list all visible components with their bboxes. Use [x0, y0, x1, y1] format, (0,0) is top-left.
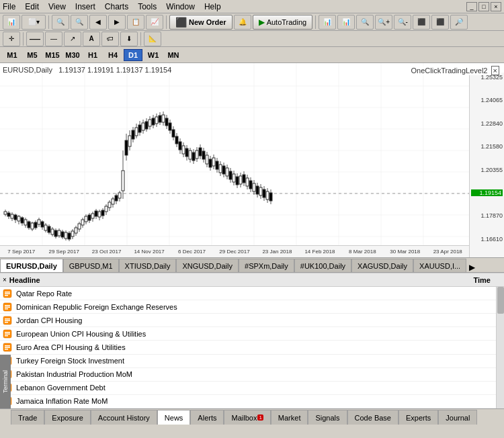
text-tool[interactable]: A — [83, 32, 100, 46]
news-scrollbar[interactable] — [496, 287, 504, 408]
toolbar-btn-9[interactable]: ⬛ — [413, 15, 430, 30]
news-panel-close[interactable]: × — [3, 276, 7, 283]
svg-rect-118 — [169, 123, 171, 130]
svg-rect-100 — [138, 125, 141, 132]
maximize-button[interactable]: □ — [478, 2, 489, 11]
crosshair-tool[interactable]: ✛ — [3, 32, 20, 46]
toolbar-btn-4[interactable]: 📊 — [319, 15, 336, 30]
tab-account-history[interactable]: Account History — [91, 410, 157, 425]
tab-exposure[interactable]: Exposure — [44, 410, 90, 425]
news-item-8[interactable]: Jamaica Inflation Rate MoM — [0, 395, 504, 408]
autotrading-button[interactable]: ▶ AutoTrading — [253, 15, 313, 30]
svg-rect-154 — [229, 171, 232, 179]
new-chart-button[interactable]: 📊 — [3, 15, 20, 30]
chart-tab-uk100[interactable]: #UK100,Daily — [294, 259, 351, 272]
tf-mn[interactable]: MN — [164, 49, 183, 61]
svg-rect-70 — [88, 215, 91, 220]
menu-item-edit[interactable]: Edit — [25, 2, 39, 11]
news-item-0[interactable]: Qatar Repo Rate — [0, 287, 504, 300]
tf-h1[interactable]: H1 — [83, 49, 102, 61]
date-label-10: 23 Apr 2018 — [427, 249, 469, 255]
minimize-button[interactable]: _ — [466, 2, 477, 11]
toolbar-btn-6[interactable]: 🔍 — [356, 15, 374, 30]
toolbar-btn-10[interactable]: ⬛ — [431, 15, 449, 30]
chart-tab-xagusd[interactable]: XAGUSD,Daily — [351, 259, 413, 272]
tab-experts[interactable]: Experts — [398, 410, 438, 425]
hline-tool[interactable]: — — [45, 32, 62, 46]
line-tool[interactable]: — — [26, 32, 44, 46]
news-item-2[interactable]: Jordan CPI Housing — [0, 314, 504, 327]
close-button[interactable]: × — [491, 2, 501, 11]
menu-item-file[interactable]: File — [3, 2, 15, 11]
tab-journal[interactable]: Journal — [438, 410, 477, 425]
tab-trade[interactable]: Trade — [11, 410, 44, 425]
svg-rect-56 — [65, 232, 67, 238]
zoom-in-button[interactable]: 🔍 — [52, 15, 69, 30]
chart-tab-eurusd[interactable]: EURUSD,Daily — [0, 259, 63, 272]
arrow-tool[interactable]: ⬇ — [120, 32, 138, 46]
svg-rect-120 — [172, 130, 175, 137]
toolbar-btn-7[interactable]: 🔍+ — [375, 15, 392, 30]
svg-rect-102 — [142, 123, 144, 130]
indicator-button[interactable]: 📈 — [146, 15, 163, 30]
tab-news[interactable]: News — [157, 410, 191, 425]
tf-m5[interactable]: M5 — [23, 49, 42, 61]
menu-item-charts[interactable]: Charts — [105, 2, 128, 11]
trend-tool[interactable]: ↗ — [64, 32, 81, 46]
toolbar-btn-5[interactable]: 📊 — [337, 15, 355, 30]
indicator-close-icon[interactable]: × — [491, 66, 499, 75]
news-item-3[interactable]: European Union CPI Housing & Utilities — [0, 327, 504, 341]
menu-bar: File Edit View Insert Charts Tools Windo… — [0, 0, 504, 13]
menu-item-view[interactable]: View — [48, 2, 66, 11]
tab-mailbox[interactable]: Mailbox 1 — [224, 410, 270, 425]
chart-tab-more[interactable]: ▶ — [466, 263, 478, 272]
tf-w1[interactable]: W1 — [144, 49, 163, 61]
new-order-button[interactable]: ⬛ New Order — [169, 15, 233, 30]
chart-ohlc: 1.19137 1.19191 1.19137 1.19154 — [58, 66, 171, 74]
tf-d1[interactable]: D1 — [124, 49, 142, 61]
menu-item-tools[interactable]: Tools — [138, 2, 157, 11]
chart-tab-xngusd[interactable]: XNGUSD,Daily — [176, 259, 239, 272]
date-label-7: 14 Feb 2018 — [298, 249, 341, 255]
svg-rect-42 — [41, 222, 44, 227]
tf-m15[interactable]: M15 — [43, 49, 62, 61]
chart-tab-xauusd[interactable]: XAUUSD,I... — [413, 259, 466, 272]
news-item-4[interactable]: Euro Area CPI Housing & Utilities — [0, 341, 504, 354]
toolbar-btn-3[interactable]: 🔔 — [234, 15, 251, 30]
tab-market[interactable]: Market — [271, 410, 308, 425]
tab-signals[interactable]: Signals — [308, 410, 347, 425]
svg-rect-152 — [226, 168, 228, 176]
price-level-3: 1.22840 — [471, 120, 503, 127]
news-item-5[interactable]: Turkey Foreign Stock Investment — [0, 355, 504, 368]
news-headline-col-label: Headline — [9, 276, 460, 284]
toolbar-btn-11[interactable]: 🔎 — [450, 15, 468, 30]
toolbar-btn-8[interactable]: 🔍- — [394, 15, 411, 30]
scroll-right-button[interactable]: ▶ — [108, 15, 126, 30]
chart-area[interactable]: EURUSD,Daily 1.19137 1.19191 1.19137 1.1… — [0, 63, 504, 258]
scroll-left-button[interactable]: ◀ — [89, 15, 107, 30]
toolbar-btn-2[interactable]: ⬜▾ — [22, 15, 46, 30]
date-label-0: 7 Sep 2017 — [0, 249, 42, 255]
chart-tab-gbpusd[interactable]: GBPUSD,M1 — [63, 259, 119, 272]
svg-rect-124 — [179, 142, 181, 150]
menu-item-help[interactable]: Help — [204, 2, 221, 11]
chart-tab-xtiusd[interactable]: XTIUSD,Daily — [119, 259, 177, 272]
tf-m1[interactable]: M1 — [3, 49, 22, 61]
fib-tool[interactable]: 📐 — [144, 32, 161, 46]
label-tool[interactable]: 🏷 — [101, 32, 119, 46]
menu-item-insert[interactable]: Insert — [75, 2, 95, 11]
tab-alerts[interactable]: Alerts — [190, 410, 224, 425]
tf-h4[interactable]: H4 — [103, 49, 122, 61]
chart-props-button[interactable]: 📋 — [127, 15, 144, 30]
news-item-1[interactable]: Dominican Republic Foreign Exchange Rese… — [0, 300, 504, 314]
news-item-6[interactable]: Pakistan Industrial Production MoM — [0, 368, 504, 382]
chart-tabs-bar: EURUSD,Daily GBPUSD,M1 XTIUSD,Daily XNGU… — [0, 258, 504, 273]
svg-rect-72 — [91, 214, 94, 218]
chart-tab-spxm[interactable]: #SPXm,Daily — [239, 259, 294, 272]
menu-item-window[interactable]: Window — [166, 2, 195, 11]
news-scrollbar-thumb[interactable] — [497, 287, 504, 314]
zoom-out-button[interactable]: 🔍 — [71, 15, 88, 30]
news-item-7[interactable]: Lebanon Government Debt — [0, 382, 504, 395]
tab-code-base[interactable]: Code Base — [347, 410, 398, 425]
tf-m30[interactable]: M30 — [63, 49, 82, 61]
